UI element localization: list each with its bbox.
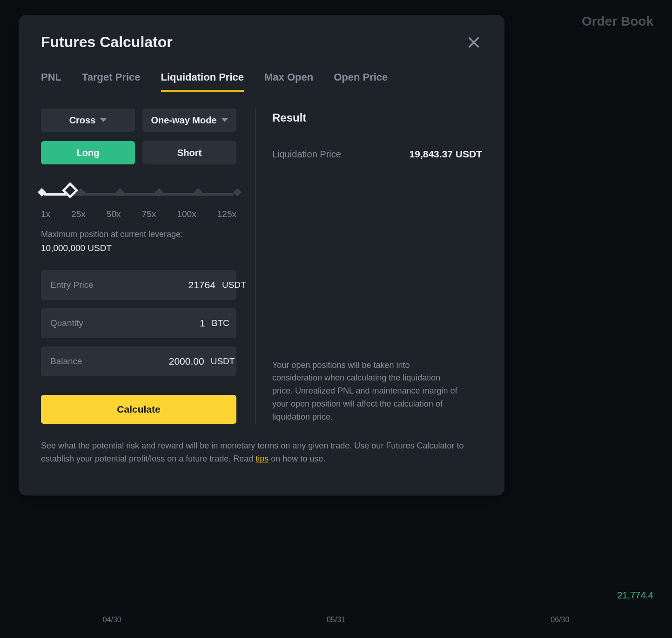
- position-mode-label: One-way Mode: [151, 115, 216, 126]
- slider-label: 1x: [41, 209, 50, 219]
- tab-target-price[interactable]: Target Price: [82, 71, 141, 92]
- footer-text: See what the potential risk and reward w…: [41, 440, 482, 466]
- chevron-down-icon: [222, 118, 228, 122]
- tab-liquidation-price[interactable]: Liquidation Price: [161, 71, 244, 92]
- field-label: Balance: [50, 356, 82, 367]
- close-button[interactable]: [465, 34, 482, 51]
- tab-pnl[interactable]: PNL: [41, 71, 61, 92]
- modal-title: Futures Calculator: [41, 34, 173, 51]
- result-panel: Result Liquidation Price 19,843.37 USDT …: [272, 109, 482, 424]
- input-panel: Cross One-way Mode Long Short: [41, 109, 255, 424]
- divider: [255, 109, 255, 424]
- tab-max-open[interactable]: Max Open: [264, 71, 313, 92]
- entry-price-field[interactable]: Entry Price USDT: [41, 270, 236, 300]
- background-axis: 04/30 05/31 06/30: [0, 616, 672, 624]
- axis-label: 05/31: [327, 616, 345, 624]
- background-price: 21,774.4: [617, 590, 653, 601]
- result-title: Result: [272, 111, 482, 124]
- short-button[interactable]: Short: [142, 141, 236, 164]
- slider-label: 25x: [71, 209, 86, 219]
- close-icon: [467, 36, 480, 49]
- field-unit: USDT: [211, 356, 235, 367]
- axis-label: 06/30: [551, 616, 569, 624]
- field-unit: BTC: [212, 318, 229, 328]
- position-mode-select[interactable]: One-way Mode: [142, 109, 236, 132]
- result-value: 19,843.37 USDT: [410, 149, 482, 160]
- balance-field[interactable]: Balance USDT: [41, 346, 236, 376]
- footer-suffix: on how to use.: [269, 454, 325, 463]
- axis-label: 04/30: [103, 616, 121, 624]
- entry-price-input[interactable]: [94, 279, 222, 291]
- slider-label: 125x: [217, 209, 236, 219]
- long-button[interactable]: Long: [41, 141, 135, 164]
- tabs: PNL Target Price Liquidation Price Max O…: [41, 71, 482, 92]
- field-label: Entry Price: [50, 280, 94, 290]
- max-position-label: Maximum position at current leverage:: [41, 230, 236, 239]
- slider-thumb[interactable]: [62, 182, 78, 198]
- tips-link[interactable]: tips: [255, 454, 269, 463]
- slider-tick: [233, 188, 242, 197]
- margin-mode-label: Cross: [69, 115, 96, 126]
- info-text: Your open positions will be taken into c…: [272, 359, 458, 424]
- slider-label: 75x: [142, 209, 156, 219]
- field-unit: USDT: [222, 280, 246, 290]
- footer-prefix: See what the potential risk and reward w…: [41, 441, 464, 463]
- tab-open-price[interactable]: Open Price: [334, 71, 388, 92]
- calculate-button[interactable]: Calculate: [41, 395, 236, 424]
- result-label: Liquidation Price: [272, 149, 341, 160]
- quantity-input[interactable]: [83, 318, 212, 329]
- max-position-value: 10,000,000 USDT: [41, 243, 236, 253]
- margin-mode-select[interactable]: Cross: [41, 109, 135, 132]
- slider-label: 50x: [107, 209, 121, 219]
- leverage-slider[interactable]: [41, 185, 236, 204]
- order-book-heading: Order Book: [582, 14, 653, 29]
- slider-labels: 1x 25x 50x 75x 100x 125x: [41, 209, 236, 219]
- futures-calculator-modal: Futures Calculator PNL Target Price Liqu…: [19, 15, 504, 495]
- quantity-field[interactable]: Quantity BTC: [41, 308, 236, 338]
- chevron-down-icon: [100, 118, 107, 122]
- field-label: Quantity: [50, 318, 83, 328]
- slider-label: 100x: [177, 209, 196, 219]
- balance-input[interactable]: [82, 356, 211, 367]
